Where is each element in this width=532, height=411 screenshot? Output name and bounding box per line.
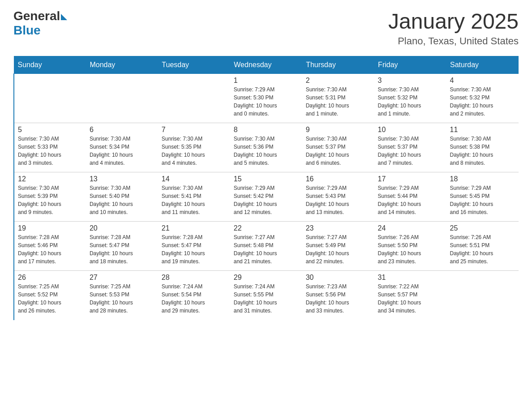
day-info: Sunrise: 7:24 AMSunset: 5:54 PMDaylight:… bbox=[162, 283, 227, 315]
day-info: Sunrise: 7:29 AMSunset: 5:45 PMDaylight:… bbox=[450, 184, 515, 216]
day-cell: 20Sunrise: 7:28 AMSunset: 5:47 PMDayligh… bbox=[86, 222, 158, 271]
day-number: 6 bbox=[90, 126, 154, 134]
day-info: Sunrise: 7:30 AMSunset: 5:41 PMDaylight:… bbox=[162, 184, 227, 216]
header-cell-tuesday: Tuesday bbox=[158, 56, 230, 74]
day-number: 18 bbox=[450, 175, 515, 183]
day-info: Sunrise: 7:26 AMSunset: 5:51 PMDaylight:… bbox=[450, 233, 515, 265]
day-cell: 13Sunrise: 7:30 AMSunset: 5:40 PMDayligh… bbox=[86, 172, 158, 222]
day-number: 31 bbox=[378, 274, 443, 282]
day-number: 28 bbox=[162, 274, 227, 282]
day-info: Sunrise: 7:26 AMSunset: 5:50 PMDaylight:… bbox=[378, 233, 443, 265]
day-number: 5 bbox=[18, 126, 82, 134]
week-row-1: 1Sunrise: 7:29 AMSunset: 5:30 PMDaylight… bbox=[14, 74, 519, 123]
day-info: Sunrise: 7:27 AMSunset: 5:48 PMDaylight:… bbox=[234, 233, 299, 265]
calendar-subtitle: Plano, Texas, United States bbox=[388, 35, 519, 47]
day-cell: 7Sunrise: 7:30 AMSunset: 5:35 PMDaylight… bbox=[158, 123, 230, 172]
week-row-5: 26Sunrise: 7:25 AMSunset: 5:52 PMDayligh… bbox=[14, 271, 519, 320]
day-number: 9 bbox=[306, 126, 371, 134]
day-cell: 23Sunrise: 7:27 AMSunset: 5:49 PMDayligh… bbox=[302, 222, 374, 271]
day-cell: 24Sunrise: 7:26 AMSunset: 5:50 PMDayligh… bbox=[374, 222, 446, 271]
day-cell bbox=[446, 271, 519, 320]
day-number: 21 bbox=[162, 224, 227, 232]
logo-general-text: General bbox=[13, 9, 60, 23]
calendar-table: SundayMondayTuesdayWednesdayThursdayFrid… bbox=[13, 56, 519, 320]
day-cell: 22Sunrise: 7:27 AMSunset: 5:48 PMDayligh… bbox=[230, 222, 302, 271]
day-info: Sunrise: 7:30 AMSunset: 5:39 PMDaylight:… bbox=[18, 184, 82, 216]
day-info: Sunrise: 7:24 AMSunset: 5:55 PMDaylight:… bbox=[234, 283, 299, 315]
day-info: Sunrise: 7:29 AMSunset: 5:43 PMDaylight:… bbox=[306, 184, 371, 216]
day-info: Sunrise: 7:30 AMSunset: 5:36 PMDaylight:… bbox=[234, 135, 299, 167]
day-number: 4 bbox=[450, 77, 515, 85]
day-cell: 10Sunrise: 7:30 AMSunset: 5:37 PMDayligh… bbox=[374, 123, 446, 172]
day-cell: 25Sunrise: 7:26 AMSunset: 5:51 PMDayligh… bbox=[446, 222, 519, 271]
day-number: 15 bbox=[234, 175, 299, 183]
day-cell bbox=[86, 74, 158, 123]
day-cell: 29Sunrise: 7:24 AMSunset: 5:55 PMDayligh… bbox=[230, 271, 302, 320]
day-info: Sunrise: 7:29 AMSunset: 5:30 PMDaylight:… bbox=[234, 86, 299, 118]
title-section: January 2025 Plano, Texas, United States bbox=[388, 9, 519, 47]
day-cell: 30Sunrise: 7:23 AMSunset: 5:56 PMDayligh… bbox=[302, 271, 374, 320]
day-cell: 5Sunrise: 7:30 AMSunset: 5:33 PMDaylight… bbox=[14, 123, 86, 172]
week-row-4: 19Sunrise: 7:28 AMSunset: 5:46 PMDayligh… bbox=[14, 222, 519, 271]
day-cell: 14Sunrise: 7:30 AMSunset: 5:41 PMDayligh… bbox=[158, 172, 230, 222]
day-info: Sunrise: 7:25 AMSunset: 5:53 PMDaylight:… bbox=[90, 283, 154, 315]
logo: General Blue bbox=[13, 9, 67, 38]
day-info: Sunrise: 7:22 AMSunset: 5:57 PMDaylight:… bbox=[378, 283, 443, 315]
day-info: Sunrise: 7:30 AMSunset: 5:33 PMDaylight:… bbox=[18, 135, 82, 167]
day-info: Sunrise: 7:28 AMSunset: 5:47 PMDaylight:… bbox=[162, 233, 227, 265]
day-number: 12 bbox=[18, 175, 82, 183]
day-info: Sunrise: 7:30 AMSunset: 5:35 PMDaylight:… bbox=[162, 135, 227, 167]
day-number: 13 bbox=[90, 175, 154, 183]
day-info: Sunrise: 7:30 AMSunset: 5:32 PMDaylight:… bbox=[378, 86, 443, 118]
day-cell: 15Sunrise: 7:29 AMSunset: 5:42 PMDayligh… bbox=[230, 172, 302, 222]
day-number: 26 bbox=[18, 274, 82, 282]
day-cell: 18Sunrise: 7:29 AMSunset: 5:45 PMDayligh… bbox=[446, 172, 519, 222]
day-number: 23 bbox=[306, 224, 371, 232]
day-number: 7 bbox=[162, 126, 227, 134]
day-number: 1 bbox=[234, 77, 299, 85]
day-cell: 4Sunrise: 7:30 AMSunset: 5:32 PMDaylight… bbox=[446, 74, 519, 123]
day-number: 19 bbox=[18, 224, 82, 232]
day-cell: 31Sunrise: 7:22 AMSunset: 5:57 PMDayligh… bbox=[374, 271, 446, 320]
day-number: 27 bbox=[90, 274, 154, 282]
week-row-2: 5Sunrise: 7:30 AMSunset: 5:33 PMDaylight… bbox=[14, 123, 519, 172]
day-info: Sunrise: 7:28 AMSunset: 5:46 PMDaylight:… bbox=[18, 233, 82, 265]
day-number: 3 bbox=[378, 77, 443, 85]
day-cell bbox=[14, 74, 86, 123]
day-info: Sunrise: 7:29 AMSunset: 5:42 PMDaylight:… bbox=[234, 184, 299, 216]
week-row-3: 12Sunrise: 7:30 AMSunset: 5:39 PMDayligh… bbox=[14, 172, 519, 222]
day-cell: 2Sunrise: 7:30 AMSunset: 5:31 PMDaylight… bbox=[302, 74, 374, 123]
day-cell: 3Sunrise: 7:30 AMSunset: 5:32 PMDaylight… bbox=[374, 74, 446, 123]
calendar-title: January 2025 bbox=[388, 9, 519, 34]
header-cell-sunday: Sunday bbox=[14, 56, 86, 74]
day-cell: 27Sunrise: 7:25 AMSunset: 5:53 PMDayligh… bbox=[86, 271, 158, 320]
header-row: SundayMondayTuesdayWednesdayThursdayFrid… bbox=[14, 56, 519, 74]
day-cell: 11Sunrise: 7:30 AMSunset: 5:38 PMDayligh… bbox=[446, 123, 519, 172]
day-number: 10 bbox=[378, 126, 443, 134]
day-number: 22 bbox=[234, 224, 299, 232]
day-number: 29 bbox=[234, 274, 299, 282]
logo-blue-text: Blue bbox=[13, 23, 67, 38]
day-info: Sunrise: 7:30 AMSunset: 5:34 PMDaylight:… bbox=[90, 135, 154, 167]
day-info: Sunrise: 7:30 AMSunset: 5:37 PMDaylight:… bbox=[378, 135, 443, 167]
day-cell: 21Sunrise: 7:28 AMSunset: 5:47 PMDayligh… bbox=[158, 222, 230, 271]
day-info: Sunrise: 7:30 AMSunset: 5:32 PMDaylight:… bbox=[450, 86, 515, 118]
day-number: 20 bbox=[90, 224, 154, 232]
day-cell: 12Sunrise: 7:30 AMSunset: 5:39 PMDayligh… bbox=[14, 172, 86, 222]
day-number: 14 bbox=[162, 175, 227, 183]
day-number: 8 bbox=[234, 126, 299, 134]
day-number: 25 bbox=[450, 224, 515, 232]
day-info: Sunrise: 7:25 AMSunset: 5:52 PMDaylight:… bbox=[18, 283, 82, 315]
day-cell: 26Sunrise: 7:25 AMSunset: 5:52 PMDayligh… bbox=[14, 271, 86, 320]
header-cell-thursday: Thursday bbox=[302, 56, 374, 74]
day-cell: 19Sunrise: 7:28 AMSunset: 5:46 PMDayligh… bbox=[14, 222, 86, 271]
day-number: 16 bbox=[306, 175, 371, 183]
day-info: Sunrise: 7:30 AMSunset: 5:38 PMDaylight:… bbox=[450, 135, 515, 167]
page-header: General Blue January 2025 Plano, Texas, … bbox=[13, 9, 519, 47]
day-cell: 8Sunrise: 7:30 AMSunset: 5:36 PMDaylight… bbox=[230, 123, 302, 172]
day-info: Sunrise: 7:23 AMSunset: 5:56 PMDaylight:… bbox=[306, 283, 371, 315]
day-info: Sunrise: 7:30 AMSunset: 5:37 PMDaylight:… bbox=[306, 135, 371, 167]
day-info: Sunrise: 7:30 AMSunset: 5:31 PMDaylight:… bbox=[306, 86, 371, 118]
day-cell: 16Sunrise: 7:29 AMSunset: 5:43 PMDayligh… bbox=[302, 172, 374, 222]
day-number: 11 bbox=[450, 126, 515, 134]
